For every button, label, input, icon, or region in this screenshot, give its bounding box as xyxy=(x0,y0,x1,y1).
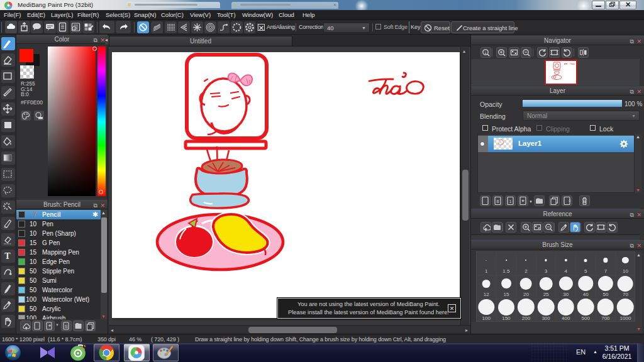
svg-text:S: S xyxy=(65,324,68,329)
svg-text:8: 8 xyxy=(497,199,499,204)
svg-text:1: 1 xyxy=(509,199,512,204)
svg-text:Thảo: Thảo xyxy=(570,63,575,65)
svg-text:T: T xyxy=(4,251,11,261)
svg-text:1: 1 xyxy=(484,51,487,55)
